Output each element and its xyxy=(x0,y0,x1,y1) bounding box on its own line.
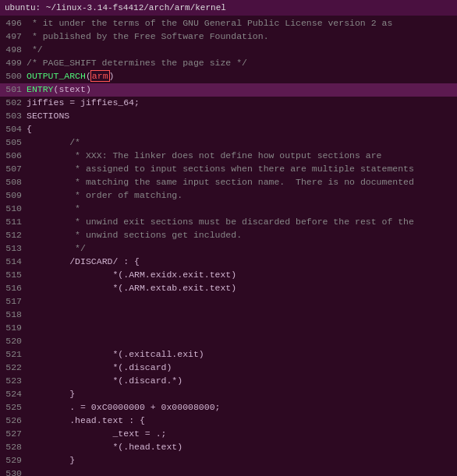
line-number: 497 xyxy=(2,30,27,44)
line-content: * XXX: The linker does not define how ou… xyxy=(27,150,381,163)
table-row: 499/* PAGE_SHIFT determines the page siz… xyxy=(0,57,457,70)
line-content: *(.discard.*) xyxy=(27,375,182,388)
table-row: 518 xyxy=(0,309,457,322)
table-row: 505 /* xyxy=(0,136,457,150)
table-row: 501ENTRY(stext) xyxy=(0,83,457,97)
line-number: 522 xyxy=(2,361,27,375)
line-number: 516 xyxy=(2,282,27,295)
line-content: * assigned to input sections when there … xyxy=(27,163,414,176)
line-number: 529 xyxy=(2,454,27,467)
line-content: } xyxy=(27,388,75,401)
line-number: 515 xyxy=(2,269,27,282)
table-row: 506 * XXX: The linker does not define ho… xyxy=(0,150,457,163)
table-row: 496 * it under the terms of the GNU Gene… xyxy=(0,17,457,30)
line-number: 528 xyxy=(2,441,27,454)
line-number: 507 xyxy=(2,163,27,176)
code-area: 496 * it under the terms of the GNU Gene… xyxy=(0,16,457,476)
line-content: * unwind sections get included. xyxy=(27,229,242,242)
line-content: * it under the terms of the GNU General … xyxy=(27,17,392,30)
line-content: OUTPUT_ARCH(arm) xyxy=(27,70,114,83)
table-row: 510 * xyxy=(0,203,457,216)
line-number: 500 xyxy=(2,70,27,83)
table-row: 508 * matching the same input section na… xyxy=(0,176,457,189)
table-row: 519 xyxy=(0,322,457,335)
line-number: 510 xyxy=(2,203,27,216)
line-number: 519 xyxy=(2,322,27,335)
line-content: SECTIONS xyxy=(27,110,69,123)
line-content: * order of matching. xyxy=(27,189,182,203)
table-row: 514 /DISCARD/ : { xyxy=(0,256,457,269)
line-number: 514 xyxy=(2,256,27,269)
line-content: { xyxy=(27,123,32,136)
line-number: 501 xyxy=(2,83,27,97)
line-number: 530 xyxy=(2,467,27,476)
table-row: 522 *(.discard) xyxy=(0,361,457,375)
line-content: *(.exitcall.exit) xyxy=(27,348,204,361)
line-content: *(.ARM.exidx.exit.text) xyxy=(27,269,236,282)
line-number: 518 xyxy=(2,309,27,322)
line-number: 526 xyxy=(2,414,27,428)
table-row: 529 } xyxy=(0,454,457,467)
line-content: . = 0xC0000000 + 0x00008000; xyxy=(27,401,220,414)
table-row: 509 * order of matching. xyxy=(0,189,457,203)
table-row: 527 _text = .; xyxy=(0,428,457,441)
line-content: * unwind exit sections must be discarded… xyxy=(27,216,414,229)
table-row: 498 */ xyxy=(0,44,457,57)
line-number: 503 xyxy=(2,110,27,123)
line-content: _text = .; xyxy=(27,428,166,441)
line-content: } xyxy=(27,454,75,467)
line-content: */ xyxy=(27,44,43,57)
title-text: ubuntu: ~/linux-3.14-fs4412/arch/arm/ker… xyxy=(5,3,226,12)
line-number: 505 xyxy=(2,136,27,150)
line-number: 508 xyxy=(2,176,27,189)
line-content: jiffies = jiffies_64; xyxy=(27,97,140,110)
line-number: 509 xyxy=(2,189,27,203)
line-content: /* PAGE_SHIFT determines the page size *… xyxy=(27,57,247,70)
line-number: 506 xyxy=(2,150,27,163)
table-row: 524 } xyxy=(0,388,457,401)
line-content: /* xyxy=(27,136,80,150)
line-content: *(.ARM.extab.exit.text) xyxy=(27,282,236,295)
line-content: ENTRY(stext) xyxy=(27,83,91,97)
line-number: 499 xyxy=(2,57,27,70)
line-number: 521 xyxy=(2,348,27,361)
line-content: * matching the same input section name. … xyxy=(27,176,414,189)
table-row: 502jiffies = jiffies_64; xyxy=(0,97,457,110)
table-row: 511 * unwind exit sections must be disca… xyxy=(0,216,457,229)
line-content: */ xyxy=(27,242,86,256)
table-row: 497 * published by the Free Software Fou… xyxy=(0,30,457,44)
line-number: 524 xyxy=(2,388,27,401)
table-row: 503SECTIONS xyxy=(0,110,457,123)
line-number: 523 xyxy=(2,375,27,388)
table-row: 530 xyxy=(0,467,457,476)
line-content: * xyxy=(27,203,80,216)
table-row: 523 *(.discard.*) xyxy=(0,375,457,388)
table-row: 512 * unwind sections get included. xyxy=(0,229,457,242)
line-content: *(.head.text) xyxy=(27,441,182,454)
title-bar: ubuntu: ~/linux-3.14-fs4412/arch/arm/ker… xyxy=(0,0,457,16)
line-content: /DISCARD/ : { xyxy=(27,256,140,269)
line-number: 502 xyxy=(2,97,27,110)
table-row: 528 *(.head.text) xyxy=(0,441,457,454)
table-row: 517 xyxy=(0,295,457,309)
table-row: 520 xyxy=(0,335,457,348)
table-row: 515 *(.ARM.exidx.exit.text) xyxy=(0,269,457,282)
table-row: 521 *(.exitcall.exit) xyxy=(0,348,457,361)
table-row: 526 .head.text : { xyxy=(0,414,457,428)
line-number: 517 xyxy=(2,295,27,309)
table-row: 500OUTPUT_ARCH(arm) xyxy=(0,70,457,83)
table-row: 507 * assigned to input sections when th… xyxy=(0,163,457,176)
terminal-window: ubuntu: ~/linux-3.14-fs4412/arch/arm/ker… xyxy=(0,0,457,476)
line-content: .head.text : { xyxy=(27,414,145,428)
line-number: 504 xyxy=(2,123,27,136)
table-row: 504{ xyxy=(0,123,457,136)
table-row: 516 *(.ARM.extab.exit.text) xyxy=(0,282,457,295)
line-number: 512 xyxy=(2,229,27,242)
line-number: 496 xyxy=(2,17,27,30)
line-number: 527 xyxy=(2,428,27,441)
line-number: 498 xyxy=(2,44,27,57)
line-content: * published by the Free Software Foundat… xyxy=(27,30,269,44)
line-number: 513 xyxy=(2,242,27,256)
line-number: 511 xyxy=(2,216,27,229)
table-row: 513 */ xyxy=(0,242,457,256)
